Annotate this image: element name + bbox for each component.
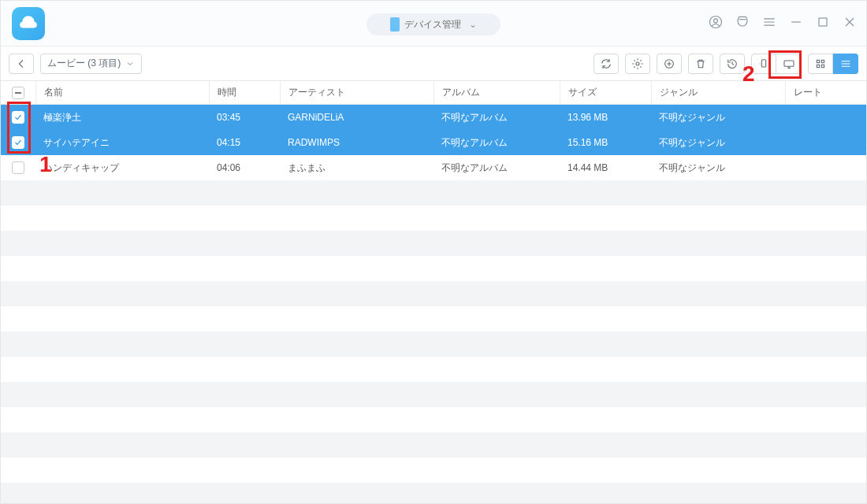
row-checkbox-cell[interactable] — [1, 136, 35, 149]
device-pill[interactable]: デバイス管理 ⌄ — [367, 13, 500, 35]
empty-row — [1, 231, 866, 256]
svg-rect-2 — [819, 18, 827, 26]
col-genre[interactable]: ジャンル — [651, 81, 785, 104]
row-checkbox-cell[interactable] — [1, 161, 35, 174]
col-artist[interactable]: アーティスト — [280, 81, 434, 104]
back-button[interactable] — [9, 54, 34, 74]
cell-genre: 不明なジャンル — [651, 130, 785, 155]
cell-genre: 不明なジャンル — [651, 105, 785, 130]
select-all-checkbox[interactable] — [12, 87, 24, 99]
grid-view-button[interactable] — [808, 54, 833, 74]
row-checkbox-cell[interactable] — [1, 111, 35, 124]
cell-time: 04:06 — [209, 155, 280, 180]
cell-size: 14.44 MB — [560, 155, 651, 180]
window-maximize-button[interactable] — [813, 12, 833, 32]
empty-row — [1, 432, 866, 458]
list-view-button[interactable] — [833, 54, 858, 74]
breadcrumb-label: ムービー (3 項目) — [47, 57, 121, 70]
cell-size: 13.96 MB — [560, 105, 651, 130]
refresh-button[interactable] — [594, 54, 619, 74]
empty-row — [1, 332, 866, 357]
empty-row — [1, 256, 866, 281]
col-album[interactable]: アルバム — [434, 81, 560, 104]
toolbar-right — [594, 54, 858, 74]
empty-row — [1, 407, 866, 432]
device-icon — [390, 17, 400, 32]
table-row[interactable]: サイハテアイニ04:15RADWIMPS不明なアルバム15.16 MB不明なジャ… — [1, 130, 866, 155]
cell-time: 03:45 — [209, 105, 280, 130]
col-rate[interactable]: レート — [785, 81, 866, 104]
cell-album: 不明なアルバム — [434, 130, 560, 155]
cell-name: 極楽浄土 — [35, 105, 209, 130]
table-row[interactable]: 極楽浄土03:45GARNiDELiA不明なアルバム13.96 MB不明なジャン… — [1, 105, 866, 130]
cell-rate — [785, 105, 866, 130]
cell-size: 15.16 MB — [560, 130, 651, 155]
svg-point-3 — [636, 62, 639, 65]
to-device-button[interactable] — [751, 54, 776, 74]
cell-rate — [785, 130, 866, 155]
row-checkbox[interactable] — [12, 136, 24, 149]
table-body: 極楽浄土03:45GARNiDELiA不明なアルバム13.96 MB不明なジャン… — [1, 105, 866, 503]
to-computer-button[interactable] — [776, 54, 802, 74]
history-button[interactable] — [720, 54, 745, 74]
empty-row — [1, 483, 866, 503]
svg-point-1 — [714, 19, 718, 23]
cell-name: ハンディキャップ — [35, 155, 209, 180]
cell-time: 04:15 — [209, 130, 280, 155]
app-logo — [12, 7, 45, 40]
empty-row — [1, 458, 866, 483]
device-pill-label: デバイス管理 — [404, 18, 461, 32]
select-all-cell[interactable] — [1, 81, 35, 104]
window-close-button[interactable] — [839, 12, 860, 32]
empty-row — [1, 382, 866, 407]
cell-artist: まふまふ — [280, 155, 434, 180]
empty-row — [1, 357, 866, 382]
col-size[interactable]: サイズ — [560, 81, 651, 104]
app-window: デバイス管理 ⌄ ムービー (3 項目) — [0, 0, 867, 504]
cell-name: サイハテアイニ — [35, 130, 209, 155]
cell-artist: GARNiDELiA — [280, 105, 434, 130]
window-controls — [705, 12, 860, 32]
cell-album: 不明なアルバム — [434, 105, 560, 130]
col-name[interactable]: 名前 — [35, 81, 209, 104]
transfer-group — [751, 54, 802, 74]
theme-icon[interactable] — [732, 12, 753, 32]
cell-rate — [785, 155, 866, 180]
empty-row — [1, 306, 866, 332]
delete-button[interactable] — [688, 54, 713, 74]
svg-rect-10 — [821, 65, 824, 67]
window-minimize-button[interactable] — [786, 12, 806, 32]
settings-button[interactable] — [625, 54, 650, 74]
svg-rect-8 — [821, 60, 824, 62]
cell-artist: RADWIMPS — [280, 130, 434, 155]
svg-rect-9 — [817, 65, 819, 67]
add-button[interactable] — [657, 54, 682, 74]
account-icon[interactable] — [705, 12, 726, 32]
toolbar: ムービー (3 項目) — [1, 46, 866, 81]
empty-row — [1, 206, 866, 231]
svg-rect-5 — [761, 60, 765, 67]
cell-album: 不明なアルバム — [434, 155, 560, 180]
svg-rect-6 — [784, 61, 794, 66]
row-checkbox[interactable] — [12, 161, 24, 174]
table-row[interactable]: ハンディキャップ04:06まふまふ不明なアルバム14.44 MB不明なジャンル — [1, 155, 866, 180]
breadcrumb[interactable]: ムービー (3 項目) — [40, 54, 142, 74]
title-bar: デバイス管理 ⌄ — [1, 1, 866, 46]
svg-rect-7 — [817, 60, 819, 62]
view-toggle — [808, 54, 858, 74]
table-header: 名前 時間 アーティスト アルバム サイズ ジャンル レート — [1, 81, 866, 105]
cell-genre: 不明なジャンル — [651, 155, 785, 180]
row-checkbox[interactable] — [12, 111, 24, 124]
menu-icon[interactable] — [759, 12, 780, 32]
empty-row — [1, 180, 866, 206]
col-time[interactable]: 時間 — [209, 81, 280, 104]
empty-row — [1, 281, 866, 306]
chevron-down-icon: ⌄ — [469, 19, 477, 30]
